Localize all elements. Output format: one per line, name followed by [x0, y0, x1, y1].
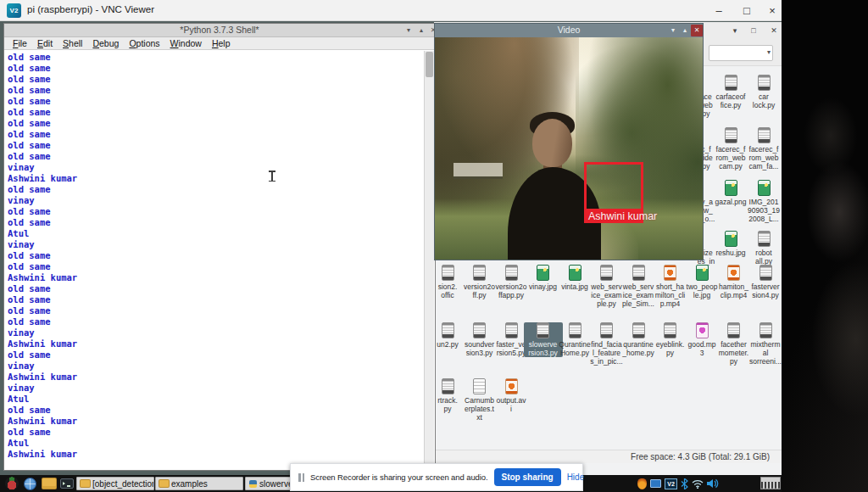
shell-output-line: old same: [8, 74, 423, 85]
file-type-icon-txt: [473, 378, 486, 394]
menu-options[interactable]: Options: [124, 38, 164, 48]
fm-address-combobox[interactable]: ▾: [709, 45, 773, 61]
menu-window[interactable]: Window: [165, 38, 207, 48]
tray-screenshare-icon[interactable]: [637, 478, 647, 489]
hide-link[interactable]: Hide: [567, 472, 585, 482]
wifi-icon[interactable]: [692, 479, 704, 489]
webcam-feed: Ashwini kumar: [435, 37, 703, 260]
stop-sharing-button[interactable]: Stop sharing: [494, 468, 561, 486]
file-label: robot all.py: [744, 249, 783, 266]
shell-unshade-button[interactable]: ▴: [415, 25, 427, 36]
volume-icon[interactable]: [707, 478, 719, 489]
video-titlebar[interactable]: Video ▾ ▴ ✕: [435, 24, 703, 37]
cpu-monitor-widget[interactable]: [760, 477, 781, 489]
close-button[interactable]: ×: [761, 2, 783, 20]
taskbar-button-label: examples: [171, 479, 208, 489]
shell-output-line: vinay: [8, 239, 423, 250]
browser-icon[interactable]: [24, 478, 36, 490]
menu-shell[interactable]: Shell: [58, 38, 87, 48]
shell-output-line: old same: [8, 151, 423, 162]
folder-icon: [81, 480, 90, 487]
shell-output-line: old same: [8, 283, 423, 294]
recorder-message: Screen Recorder is sharing your screen a…: [310, 472, 488, 482]
shell-output-line: old same: [8, 206, 423, 217]
fm-status-bar: Free space: 4.3 GiB (Total: 29.1 GiB): [434, 450, 782, 463]
shell-output-line: old same: [8, 140, 423, 151]
file-type-icon-py: [600, 322, 613, 338]
fm-close-button[interactable]: ✕: [766, 25, 782, 36]
file-type-icon-py: [473, 265, 486, 281]
shell-window-title: *Python 3.7.3 Shell*: [4, 24, 435, 36]
vnc-tray-icon[interactable]: V2: [665, 478, 677, 489]
file-label: car lock.py: [744, 92, 783, 109]
file-item[interactable]: IMG_201 90903_19 2008_L...: [744, 180, 783, 223]
file-type-icon-py: [442, 265, 454, 281]
shell-shade-button[interactable]: ▾: [403, 25, 415, 36]
fm-maximize-button[interactable]: □: [746, 25, 761, 36]
python-shell-window: *Python 3.7.3 Shell* ▾ ▴ ✕ FileEditShell…: [3, 23, 436, 471]
shell-output-line: vinay: [8, 383, 423, 394]
file-type-icon-img: [696, 265, 709, 281]
file-type-icon-py: [632, 322, 645, 338]
taskbar-button--object-detection-[interactable]: [object_detection]: [76, 477, 154, 490]
shell-output-line: Ashwini kumar: [8, 372, 423, 383]
shell-menubar: FileEditShellDebugOptionsWindowHelp: [4, 37, 435, 50]
shell-scrollbar-thumb[interactable]: [426, 52, 433, 77]
shell-output-line: vinay: [8, 361, 423, 372]
fm-shade-button[interactable]: ▾: [727, 25, 743, 36]
file-item[interactable]: facerec_f rom_web cam_fa...: [744, 127, 783, 171]
shell-output[interactable]: old sameold sameold sameold sameold same…: [8, 52, 423, 464]
tray-display-icon[interactable]: [650, 479, 661, 488]
file-type-icon-img: [569, 265, 581, 281]
shell-output-line: Atul: [8, 394, 423, 405]
file-item[interactable]: robot all.py: [744, 231, 783, 266]
file-type-icon-py: [727, 322, 740, 338]
file-manager-icon[interactable]: [42, 478, 56, 489]
shell-output-line: vinay: [8, 195, 423, 206]
bluetooth-icon[interactable]: [681, 478, 688, 489]
menu-debug[interactable]: Debug: [87, 38, 124, 48]
shell-output-line: old same: [8, 427, 423, 438]
shell-output-line: vinay: [8, 162, 423, 173]
file-type-icon-py: [758, 127, 771, 143]
shell-output-line: vinay: [8, 327, 423, 338]
file-type-icon-py: [505, 322, 518, 338]
file-type-icon-py: [760, 322, 772, 338]
shell-scrollbar[interactable]: [424, 51, 434, 470]
python-icon: [249, 480, 257, 488]
file-item[interactable]: output.av i: [492, 378, 531, 413]
taskbar-button-label: [object_detection]: [92, 479, 154, 489]
video-close-button[interactable]: ✕: [691, 25, 703, 36]
file-item[interactable]: mixtherm al sorreeni...: [746, 322, 785, 366]
video-unshade-button[interactable]: ▴: [679, 25, 691, 36]
person-face: [532, 119, 572, 167]
text-cursor: [269, 171, 275, 182]
menu-edit[interactable]: Edit: [32, 38, 58, 48]
shell-titlebar[interactable]: *Python 3.7.3 Shell* ▾ ▴ ✕: [4, 24, 435, 37]
video-shade-button[interactable]: ▾: [667, 25, 679, 36]
menu-file[interactable]: File: [8, 38, 32, 48]
shell-output-line: old same: [8, 107, 423, 118]
file-type-icon-img: [758, 180, 771, 196]
shell-output-line: old same: [8, 217, 423, 228]
shell-output-line: Ashwini kumar: [8, 449, 423, 460]
terminal-icon[interactable]: [60, 478, 74, 489]
menu-help[interactable]: Help: [207, 38, 236, 48]
shell-output-line: old same: [8, 294, 423, 305]
taskbar-button-slowerversio[interactable]: slowerversio: [245, 477, 294, 490]
minimize-button[interactable]: –: [708, 2, 730, 20]
file-item[interactable]: fasterver sion4.py: [746, 265, 785, 299]
shell-output-line: Ashwini kumar: [8, 338, 423, 349]
file-item[interactable]: car lock.py: [744, 75, 783, 109]
raspberry-menu-icon[interactable]: [5, 477, 19, 490]
shell-output-line: old same: [8, 129, 423, 140]
file-type-icon-py: [760, 265, 772, 281]
file-label: mixtherm al sorreeni...: [746, 340, 785, 366]
file-type-icon-vid: [727, 265, 740, 281]
file-type-icon-py: [725, 127, 737, 143]
taskbar-button-examples[interactable]: examples: [155, 477, 243, 490]
maximize-button[interactable]: □: [736, 2, 758, 20]
screen-recorder-bar: Screen Recorder is sharing your screen a…: [290, 463, 583, 491]
pause-icon[interactable]: [298, 473, 304, 482]
file-type-icon-img: [725, 231, 737, 247]
